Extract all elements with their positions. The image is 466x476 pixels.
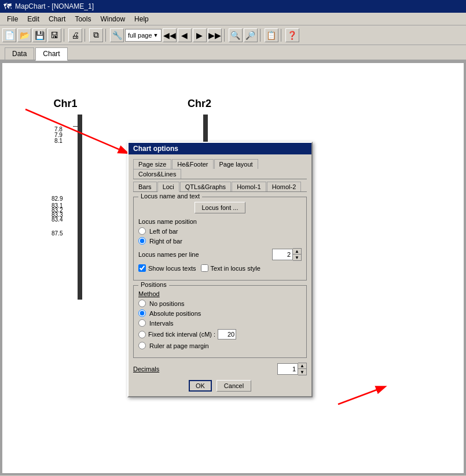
text-in-locus-style-text: Text in locus style <box>211 265 260 272</box>
radio-ruler-margin[interactable]: Ruler at page margin <box>138 342 302 349</box>
locus-names-per-line-row: Locus names per line ▲ ▼ <box>138 248 302 261</box>
sep1 <box>64 29 66 42</box>
dialog-tab-colorslines[interactable]: Colors&Lines <box>133 169 181 179</box>
copy-btn[interactable]: ⧉ <box>89 28 103 42</box>
show-locus-texts-text: Show locus texts <box>148 265 196 272</box>
menu-edit[interactable]: Edit <box>23 14 44 24</box>
decimals-spinner-up[interactable]: ▲ <box>298 363 306 369</box>
nav-prev[interactable]: ◀ <box>178 28 192 42</box>
decimals-row: Decimals ▲ ▼ <box>133 363 307 375</box>
spinner-down[interactable]: ▼ <box>293 254 301 260</box>
decimals-spinner[interactable]: ▲ ▼ <box>277 363 307 375</box>
cancel-button[interactable]: Cancel <box>217 380 251 392</box>
radio-left-of-bar-label: Left of bar <box>149 228 178 235</box>
locus-name-text-group: Locus name and text Locus font ... Locus… <box>133 197 307 281</box>
radio-absolute-positions-input[interactable] <box>138 309 146 317</box>
title-text: MapChart - [NONAME_1] <box>15 2 94 10</box>
ok-button[interactable]: OK <box>189 380 212 392</box>
chart-options-dialog: Chart options Page size He&Footer Page l… <box>127 142 313 397</box>
positions-group: Positions Method No positions Absolute p… <box>133 285 307 358</box>
page-dropdown[interactable]: full page ▼ <box>125 29 162 42</box>
new-btn[interactable]: 📄 <box>2 28 16 42</box>
menu-help[interactable]: Help <box>130 14 153 24</box>
spinner-up[interactable]: ▲ <box>293 249 301 254</box>
radio-no-positions-input[interactable] <box>138 300 146 307</box>
main-tabs: Data Chart <box>0 45 466 61</box>
zoom-in[interactable]: 🔍 <box>229 28 243 42</box>
main-area: Chr1 7.8 7.9 8.1 82.9 83.1 83.2 83.3 83.… <box>0 61 466 475</box>
radio-intervals-input[interactable] <box>138 319 146 327</box>
radio-right-of-bar-input[interactable] <box>138 237 146 245</box>
dialog-tab-loci[interactable]: Loci <box>157 182 179 192</box>
text-in-locus-style-label[interactable]: Text in locus style <box>201 264 260 272</box>
dialog-buttons: OK Cancel <box>133 380 307 392</box>
locus-names-input[interactable] <box>272 249 293 260</box>
radio-intervals[interactable]: Intervals <box>138 319 302 327</box>
dialog-tab-hefooter[interactable]: He&Footer <box>172 159 213 169</box>
nav-next[interactable]: ▶ <box>193 28 207 42</box>
method-label: Method <box>138 290 302 297</box>
locus-names-spinner[interactable]: ▲ ▼ <box>272 248 302 261</box>
radio-left-of-bar-input[interactable] <box>138 227 146 235</box>
text-in-locus-style-check[interactable] <box>201 264 208 272</box>
locus-font-area: Locus font ... <box>138 202 302 213</box>
sep5 <box>260 29 262 42</box>
locus-font-btn[interactable]: Locus font ... <box>195 202 246 213</box>
dialog-tabs-row2: Bars Loci QTLs&Graphs Homol-1 Homol-2 <box>133 182 307 192</box>
app-icon: 🗺 <box>3 2 12 11</box>
show-locus-texts-label[interactable]: Show locus texts <box>138 264 196 272</box>
tab-chart[interactable]: Chart <box>35 47 67 61</box>
nav-first[interactable]: ◀◀ <box>163 28 177 42</box>
spinner-arrows: ▲ ▼ <box>293 248 302 261</box>
show-locus-texts-check[interactable] <box>138 264 146 272</box>
zoom-out[interactable]: 🔎 <box>244 28 258 42</box>
tab-data[interactable]: Data <box>5 47 34 60</box>
radio-no-positions-label: No positions <box>149 300 185 307</box>
sep2 <box>85 29 87 42</box>
save-btn[interactable]: 💾 <box>32 28 46 42</box>
nav-last[interactable]: ▶▶ <box>208 28 222 42</box>
dialog-tab-homol2[interactable]: Homol-2 <box>267 182 302 191</box>
open-btn[interactable]: 📂 <box>17 28 31 42</box>
dialog-tab-bars[interactable]: Bars <box>133 182 157 191</box>
decimals-spinner-arrows: ▲ ▼ <box>298 363 307 375</box>
dialog-content: Page size He&Footer Page layout Colors&L… <box>129 154 311 396</box>
decimals-input[interactable] <box>277 363 298 375</box>
fixed-tick-input[interactable] <box>218 329 236 340</box>
radio-ruler-margin-label: Ruler at page margin <box>149 342 209 349</box>
locus-name-pos-label: Locus name position <box>138 218 302 225</box>
dialog-tab-homol1[interactable]: Homol-1 <box>232 182 266 191</box>
decimals-label: Decimals <box>133 366 159 372</box>
radio-right-of-bar-label: Right of bar <box>149 238 182 245</box>
title-bar: 🗺 MapChart - [NONAME_1] <box>0 0 466 13</box>
radio-ruler-margin-input[interactable] <box>138 342 146 349</box>
locus-names-per-line-label: Locus names per line <box>138 251 199 258</box>
locus-position-radio-group: Left of bar Right of bar <box>138 227 302 245</box>
print-btn[interactable]: 🖨 <box>68 28 82 42</box>
dialog-overlay: Chart options Page size He&Footer Page l… <box>0 61 466 475</box>
page-dropdown-arrow[interactable]: ▼ <box>153 32 159 38</box>
radio-fixed-tick-input[interactable] <box>138 331 146 338</box>
show-locus-texts-row: Show locus texts Text in locus style <box>138 264 302 272</box>
dialog-tab-pagesize[interactable]: Page size <box>133 159 171 169</box>
locus-name-text-title: Locus name and text <box>138 193 202 200</box>
dialog-tab-qtlsgraphs[interactable]: QTLs&Graphs <box>180 182 231 191</box>
radio-absolute-positions-label: Absolute positions <box>149 310 201 317</box>
menu-bar: File Edit Chart Tools Window Help <box>0 13 466 25</box>
dialog-tab-pagelayout[interactable]: Page layout <box>214 159 258 169</box>
radio-left-of-bar[interactable]: Left of bar <box>138 227 302 235</box>
help-btn[interactable]: ❓ <box>285 28 299 42</box>
menu-file[interactable]: File <box>2 14 23 24</box>
menu-chart[interactable]: Chart <box>44 14 70 24</box>
menu-window[interactable]: Window <box>96 14 130 24</box>
menu-tools[interactable]: Tools <box>70 14 96 24</box>
sep3 <box>105 29 108 42</box>
export-btn[interactable]: 📋 <box>265 28 278 42</box>
save2-btn[interactable]: 🖫 <box>47 28 61 42</box>
radio-intervals-label: Intervals <box>149 320 174 327</box>
radio-absolute-positions[interactable]: Absolute positions <box>138 309 302 317</box>
radio-no-positions[interactable]: No positions <box>138 300 302 307</box>
decimals-spinner-down[interactable]: ▼ <box>298 369 306 375</box>
tools-btn[interactable]: 🔧 <box>110 28 124 42</box>
radio-right-of-bar[interactable]: Right of bar <box>138 237 302 245</box>
